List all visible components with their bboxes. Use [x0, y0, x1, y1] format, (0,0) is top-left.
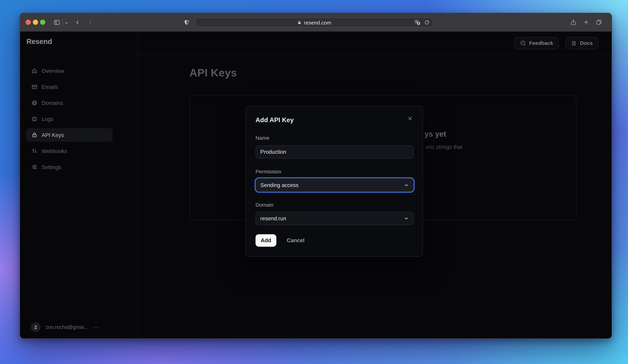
domain-value: resend.run [260, 215, 286, 222]
forward-icon[interactable] [87, 20, 93, 25]
modal-title: Add API Key [255, 117, 294, 124]
document-icon [571, 40, 577, 46]
sidebar-item-webhooks[interactable]: Webhooks [26, 144, 113, 158]
add-button[interactable]: Add [255, 234, 276, 247]
sidebar-item-label: API Keys [42, 132, 64, 138]
chevron-down-icon [404, 216, 409, 221]
empty-state-body-fragment: eric strings that [426, 144, 462, 150]
feedback-label: Feedback [529, 40, 553, 46]
url-text: resend.com [304, 19, 331, 26]
avatar: Z [31, 322, 41, 332]
feedback-bubble-icon [520, 40, 526, 46]
sidebar-item-emails[interactable]: Emails [26, 80, 113, 94]
user-account-row[interactable]: Z zno.rocha@gmai... ⋯ [31, 322, 99, 332]
main-header: Feedback Docs [138, 32, 612, 55]
add-api-key-modal: Add API Key Name Permission Sending acce… [245, 106, 423, 257]
user-email: zno.rocha@gmai... [46, 324, 88, 330]
sliders-icon [31, 164, 38, 170]
browser-window: resend.com [20, 13, 612, 339]
user-menu-ellipsis-icon[interactable]: ⋯ [93, 324, 99, 330]
sidebar-item-logs[interactable]: Logs [26, 112, 113, 126]
empty-state-heading-fragment: ys yet [424, 130, 446, 138]
reload-icon[interactable] [424, 20, 430, 26]
globe-icon [31, 100, 38, 106]
sidebar-item-overview[interactable]: Overview [26, 64, 113, 78]
tab-overview-icon[interactable] [596, 19, 602, 26]
toolbar-divider [63, 19, 63, 26]
webhooks-icon [31, 148, 38, 154]
sidebar-item-label: Domains [42, 100, 63, 106]
logs-icon [31, 116, 38, 122]
permission-select[interactable]: Sending access [255, 178, 414, 192]
sidebar-item-label: Overview [42, 68, 64, 74]
domain-label: Domain [255, 202, 273, 208]
address-bar[interactable]: resend.com [195, 18, 433, 27]
new-tab-icon[interactable] [583, 19, 590, 26]
share-icon[interactable] [570, 19, 577, 26]
domain-select[interactable]: resend.run [255, 212, 414, 225]
lock-icon [31, 132, 38, 138]
privacy-shield-icon[interactable] [183, 19, 190, 26]
chevron-down-icon [404, 182, 409, 187]
permission-value: Sending access [260, 182, 299, 188]
name-label: Name [255, 135, 269, 141]
resend-logo: Resend [26, 38, 52, 46]
docs-label: Docs [580, 40, 593, 46]
permission-label: Permission [255, 169, 281, 175]
zoom-window-button[interactable] [40, 20, 45, 25]
page-title: API Keys [189, 67, 237, 79]
docs-button[interactable]: Docs [566, 37, 599, 49]
mail-icon [31, 84, 38, 90]
tls-lock-icon [297, 20, 302, 25]
sidebar: Resend Overview E [20, 32, 138, 338]
name-input[interactable] [255, 145, 414, 159]
back-icon[interactable] [75, 20, 80, 25]
sidebar-toggle-icon[interactable] [53, 19, 61, 26]
feedback-button[interactable]: Feedback [514, 37, 559, 49]
cancel-button[interactable]: Cancel [284, 234, 307, 247]
sidebar-item-label: Emails [42, 84, 58, 90]
close-icon[interactable] [407, 116, 413, 121]
sidebar-item-api-keys[interactable]: API Keys [26, 128, 113, 142]
sidebar-nav: Overview Emails [26, 64, 113, 176]
sidebar-item-domains[interactable]: Domains [26, 96, 113, 110]
sidebar-item-settings[interactable]: Settings [26, 160, 113, 174]
home-icon [31, 68, 38, 74]
minimize-window-button[interactable] [33, 20, 38, 25]
sidebar-item-label: Logs [42, 116, 53, 122]
close-window-button[interactable] [26, 20, 31, 25]
translate-icon[interactable] [414, 20, 420, 26]
desktop-background: resend.com [0, 0, 628, 364]
sidebar-item-label: Settings [42, 164, 61, 170]
sidebar-item-label: Webhooks [42, 148, 67, 154]
chevron-down-icon[interactable] [65, 21, 69, 25]
browser-titlebar: resend.com [20, 13, 612, 32]
